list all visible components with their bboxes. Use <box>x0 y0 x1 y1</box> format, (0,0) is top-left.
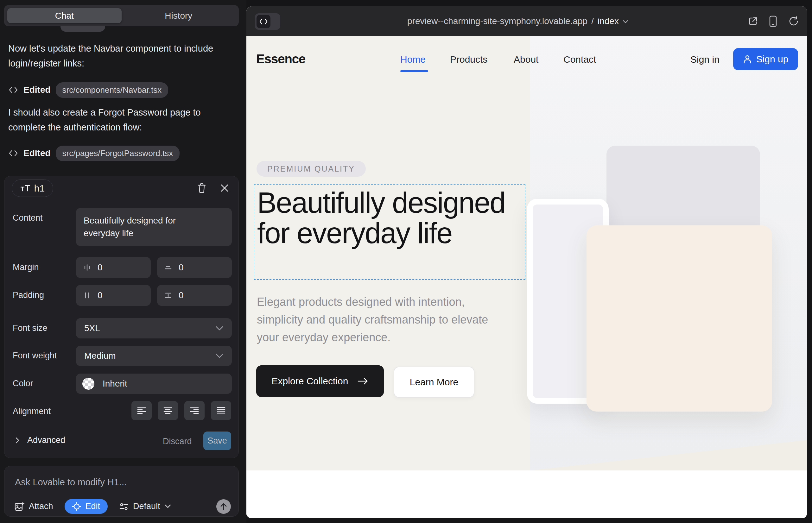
code-view-segment[interactable] <box>257 15 270 28</box>
content-label: Content <box>13 213 43 223</box>
edited-file-pill[interactable]: src/pages/ForgotPassword.tsx <box>56 146 180 161</box>
code-icon <box>8 149 18 157</box>
element-tag-chip[interactable]: h1 <box>12 180 53 197</box>
sliders-icon <box>119 502 128 511</box>
padding-label: Padding <box>13 290 44 300</box>
arrow-up-icon <box>220 503 227 510</box>
chat-message: I should also create a Forgot Password p… <box>8 105 228 135</box>
explore-collection-button[interactable]: Explore Collection <box>256 365 384 397</box>
site-canvas: Essence Home Products About Contact Sign… <box>246 36 807 518</box>
url-separator: / <box>591 16 594 26</box>
open-external-button[interactable] <box>748 16 758 26</box>
element-editor-panel: h1 Content Beautifully designed for ever… <box>4 176 239 458</box>
chat-sidebar: ·· Chat History Now let's update the Nav… <box>0 0 246 523</box>
sign-in-link[interactable]: Sign in <box>690 54 720 65</box>
align-center-button[interactable] <box>158 401 178 420</box>
hero-paragraph: Elegant products designed with intention… <box>257 293 504 346</box>
nav-link-products[interactable]: Products <box>450 54 488 65</box>
nav-link-home[interactable]: Home <box>400 54 426 65</box>
arrow-right-icon <box>357 377 368 385</box>
decorative-card-cream <box>586 226 772 412</box>
content-input[interactable]: Beautifully designed for everyday life <box>76 208 232 246</box>
alignment-label: Alignment <box>13 407 51 416</box>
chevron-down-icon <box>215 353 224 358</box>
tab-chat[interactable]: Chat <box>7 8 122 23</box>
color-swatch <box>82 378 94 390</box>
align-right-button[interactable] <box>184 401 205 420</box>
margin-horizontal-icon <box>83 264 91 272</box>
padding-horizontal-icon <box>83 291 91 300</box>
close-icon <box>220 184 229 192</box>
margin-label: Margin <box>13 263 39 272</box>
code-icon <box>8 86 18 94</box>
chevron-down-icon <box>623 20 628 24</box>
align-left-button[interactable] <box>131 401 152 420</box>
target-icon <box>72 502 81 511</box>
nav-link-contact[interactable]: Contact <box>563 54 596 65</box>
attach-button[interactable]: Attach <box>14 502 53 511</box>
prompt-input[interactable]: Ask Lovable to modify H1... <box>15 477 127 488</box>
letter-case-icon <box>20 184 31 193</box>
edited-file-pill[interactable]: src/components/Navbar.tsx <box>56 82 169 98</box>
font-size-select[interactable]: 5XL <box>76 318 232 339</box>
edit-mode-button[interactable]: Edit <box>65 499 108 514</box>
sign-up-button[interactable]: Sign up <box>733 48 798 70</box>
hero-badge: PREMIUM QUALITY <box>257 161 366 177</box>
url-path: index <box>598 16 619 26</box>
external-link-icon <box>748 16 758 26</box>
active-link-underline <box>400 70 428 72</box>
preview-window: preview--charming-site-symphony.lovable.… <box>246 6 807 518</box>
margin-vertical-icon <box>164 264 172 272</box>
align-center-icon <box>163 406 173 415</box>
learn-more-button[interactable]: Learn More <box>394 366 474 398</box>
edited-label: Edited <box>23 148 51 158</box>
close-panel-button[interactable] <box>219 183 230 194</box>
margin-x-input[interactable]: 0 <box>76 257 151 278</box>
hero-heading[interactable]: Beautifully designed for everyday life <box>257 187 511 248</box>
site-navbar: Essence Home Products About Contact Sign… <box>246 36 807 84</box>
refresh-icon <box>788 16 798 26</box>
browser-chrome: preview--charming-site-symphony.lovable.… <box>246 6 807 36</box>
edited-file-row: Edited src/pages/ForgotPassword.tsx <box>8 146 180 160</box>
code-icon <box>259 18 268 25</box>
padding-y-input[interactable]: 0 <box>157 285 232 306</box>
view-toggle[interactable] <box>255 13 280 30</box>
font-weight-label: Font weight <box>13 351 57 361</box>
align-justify-icon <box>216 406 226 415</box>
color-select[interactable]: Inherit <box>76 374 232 394</box>
padding-x-input[interactable]: 0 <box>76 285 151 306</box>
chat-message: Now let's update the Navbar component to… <box>8 41 228 71</box>
align-right-icon <box>189 406 199 415</box>
chevron-down-icon <box>215 326 224 331</box>
edited-file-row: Edited src/components/Navbar.tsx <box>8 83 168 97</box>
discard-button[interactable]: Discard <box>163 437 192 446</box>
font-weight-select[interactable]: Medium <box>76 346 232 366</box>
advanced-expander[interactable]: Advanced <box>15 435 65 445</box>
align-left-icon <box>137 406 147 415</box>
send-button[interactable] <box>216 499 231 514</box>
url-domain: preview--charming-site-symphony.lovable.… <box>407 16 587 26</box>
margin-y-input[interactable]: 0 <box>157 257 232 278</box>
chevron-right-icon <box>15 437 20 444</box>
padding-vertical-icon <box>164 291 172 300</box>
element-tag-label: h1 <box>34 183 45 194</box>
mobile-preview-button[interactable] <box>769 16 777 27</box>
mobile-icon <box>769 16 777 27</box>
url-breadcrumb[interactable]: preview--charming-site-symphony.lovable.… <box>407 6 628 36</box>
save-button[interactable]: Save <box>203 432 231 450</box>
font-size-label: Font size <box>13 323 48 333</box>
edited-label: Edited <box>23 85 51 95</box>
align-justify-button[interactable] <box>211 401 231 420</box>
refresh-button[interactable] <box>788 16 798 26</box>
chevron-down-icon <box>165 504 171 508</box>
tab-history[interactable]: History <box>122 8 236 23</box>
brand-logo[interactable]: Essence <box>256 52 305 66</box>
section-below-hero <box>246 470 807 518</box>
user-icon <box>743 54 752 64</box>
delete-element-button[interactable] <box>196 183 207 194</box>
prompt-box[interactable]: Ask Lovable to modify H1... Attach Edit … <box>4 466 239 517</box>
trash-icon <box>197 183 206 193</box>
sidebar-tabs: Chat History <box>4 5 239 26</box>
model-default-button[interactable]: Default <box>119 502 171 511</box>
nav-link-about[interactable]: About <box>514 54 539 65</box>
